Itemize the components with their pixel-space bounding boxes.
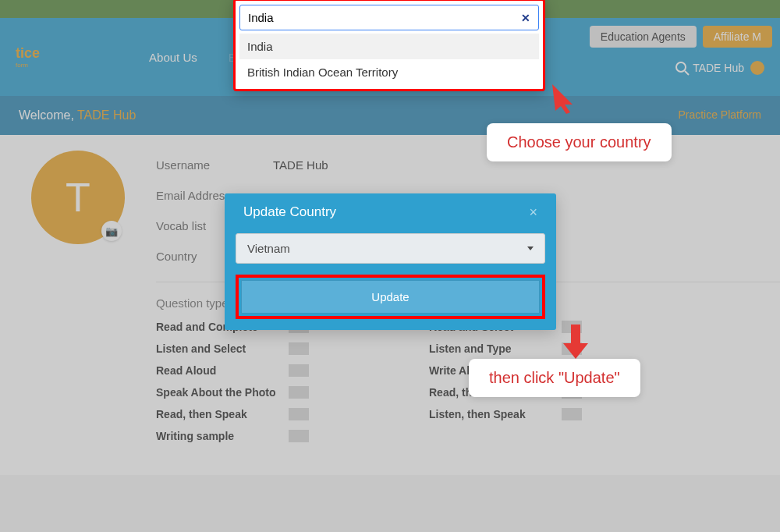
update-highlight: Update	[236, 275, 545, 319]
callout-click-update: then click "Update"	[469, 359, 640, 397]
close-icon[interactable]: ×	[529, 204, 537, 221]
arrow-annotation	[551, 83, 582, 114]
country-search-dropdown: ✕ India British Indian Ocean Territory	[233, 0, 545, 91]
clear-icon[interactable]: ✕	[521, 12, 530, 24]
arrow-annotation	[560, 323, 591, 360]
dropdown-option[interactable]: India	[239, 34, 539, 59]
callout-choose-country: Choose your country	[487, 123, 672, 161]
country-search-input[interactable]	[248, 11, 521, 24]
update-country-modal: Update Country × Vietnam Update	[225, 193, 556, 330]
update-button[interactable]: Update	[241, 280, 540, 314]
svg-marker-2	[552, 84, 573, 114]
dropdown-option[interactable]: British Indian Ocean Territory	[239, 59, 539, 85]
svg-marker-3	[563, 325, 588, 359]
modal-title: Update Country	[243, 204, 336, 221]
country-select[interactable]: Vietnam	[236, 233, 545, 264]
chevron-down-icon	[527, 246, 534, 250]
